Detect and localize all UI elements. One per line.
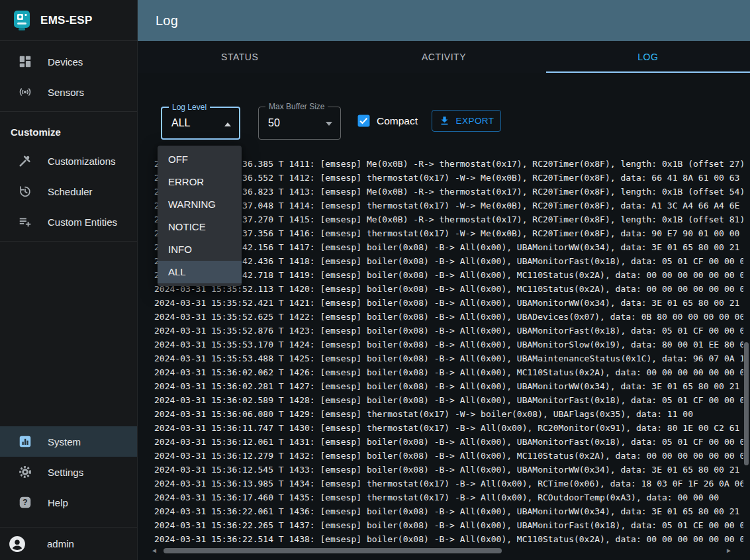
log-line: 2024-03-31 15:36:02.062 T 1426: [emsesp]… <box>154 365 743 379</box>
sidebar-item-system[interactable]: System <box>0 426 137 457</box>
log-level-select[interactable]: Log Level ALL <box>161 107 240 140</box>
log-line: 2024-03-31 15:35:37.356 T 1416: [emsesp]… <box>154 226 743 240</box>
log-line: 2024-03-31 15:36:12.279 T 1432: [emsesp]… <box>154 449 743 463</box>
sidebar-section-customize: Customize <box>0 116 137 146</box>
log-line: 2024-03-31 15:35:36.552 T 1412: [emsesp]… <box>154 171 743 185</box>
tab-label: ACTIVITY <box>422 52 466 62</box>
download-icon <box>439 115 450 126</box>
sidebar-item-label: Custom Entities <box>48 216 117 228</box>
sidebar-divider <box>0 241 137 242</box>
log-line: 2024-03-31 15:36:13.985 T 1434: [emsesp]… <box>154 477 743 490</box>
log-line: 2024-03-31 15:35:53.488 T 1425: [emsesp]… <box>154 351 743 365</box>
gear-icon <box>17 464 33 480</box>
scroll-right-icon[interactable]: ► <box>726 547 732 555</box>
tab-label: LOG <box>637 52 658 62</box>
sidebar-item-settings[interactable]: Settings <box>0 457 137 487</box>
menu-item-off[interactable]: OFF <box>158 148 242 171</box>
sidebar-item-label: Sensors <box>48 87 84 98</box>
log-line: 2024-03-31 15:36:11.747 T 1430: [emsesp]… <box>154 421 743 435</box>
ems-esp-app: EMS-ESP Devices <box>0 0 750 560</box>
log-level-menu: OFF ERROR WARNING NOTICE INFO ALL <box>158 146 242 286</box>
sidebar-item-devices[interactable]: Devices <box>0 46 137 77</box>
tab-status[interactable]: STATUS <box>138 41 342 73</box>
log-line: 2024-03-31 15:36:22.514 T 1438: [emsesp]… <box>154 532 743 546</box>
help-icon: ? <box>17 494 33 510</box>
sidebar-user[interactable]: admin <box>0 527 137 560</box>
log-line: 2024-03-31 15:36:12.061 T 1431: [emsesp]… <box>154 435 743 449</box>
log-line: 2024-03-31 15:36:17.460 T 1435: [emsesp]… <box>154 490 743 504</box>
menu-item-all[interactable]: ALL <box>158 261 242 283</box>
log-line: 2024-03-31 15:35:42.436 T 1418: [emsesp]… <box>154 254 743 268</box>
export-label: EXPORT <box>456 116 494 126</box>
log-line: 2024-03-31 15:35:37.048 T 1414: [emsesp]… <box>154 199 743 212</box>
sidebar-item-custom-entities[interactable]: Custom Entities <box>0 207 137 237</box>
log-line: 2024-03-31 15:36:02.589 T 1428: [emsesp]… <box>154 393 743 407</box>
tab-bar: STATUS ACTIVITY LOG <box>138 41 750 73</box>
menu-item-error[interactable]: ERROR <box>158 171 242 193</box>
tab-activity[interactable]: ACTIVITY <box>342 41 545 73</box>
sidebar-item-label: Help <box>48 497 68 508</box>
max-buffer-select[interactable]: Max Buffer Size 50 <box>258 107 341 140</box>
username: admin <box>47 538 74 549</box>
log-line: 2024-03-31 15:36:22.265 T 1437: [emsesp]… <box>154 518 743 532</box>
sidebar-item-label: Settings <box>48 467 83 478</box>
vertical-scrollbar-thumb[interactable] <box>744 342 749 465</box>
sidebar-header: EMS-ESP <box>0 0 137 41</box>
scheduler-icon <box>17 183 33 199</box>
tab-log[interactable]: LOG <box>546 41 750 73</box>
sidebar-item-sensors[interactable]: Sensors <box>0 77 137 107</box>
log-line: 2024-03-31 15:35:52.876 T 1423: [emsesp]… <box>154 324 743 338</box>
menu-item-info[interactable]: INFO <box>158 238 242 261</box>
log-line: 2024-03-31 15:35:36.823 T 1413: [emsesp]… <box>154 185 743 199</box>
max-buffer-value: 50 <box>268 107 280 139</box>
sidebar-item-label: Customizations <box>48 156 116 167</box>
analytics-icon <box>17 434 33 449</box>
log-line: 2024-03-31 15:36:22.061 T 1436: [emsesp]… <box>154 504 743 518</box>
tab-active-indicator <box>546 71 750 73</box>
sidebar-item-label: System <box>48 436 81 447</box>
sidebar-item-label: Devices <box>48 56 83 68</box>
log-line: 2024-03-31 15:35:36.385 T 1411: [emsesp]… <box>154 157 743 171</box>
log-level-value: ALL <box>171 108 190 138</box>
horizontal-scrollbar-thumb[interactable] <box>164 548 502 553</box>
compact-checkbox[interactable] <box>357 115 370 127</box>
app-title: EMS-ESP <box>40 14 93 27</box>
log-line: 2024-03-31 15:35:52.625 T 1422: [emsesp]… <box>154 310 743 324</box>
log-line: 2024-03-31 15:35:52.421 T 1421: [emsesp]… <box>154 296 743 310</box>
log-line: 2024-03-31 15:36:06.080 T 1429: [emsesp]… <box>154 407 743 421</box>
log-line: 2024-03-31 15:36:02.281 T 1427: [emsesp]… <box>154 379 743 393</box>
menu-item-warning[interactable]: WARNING <box>158 193 242 216</box>
sidebar-item-help[interactable]: ? Help <box>0 487 137 518</box>
sidebar-divider <box>0 111 137 112</box>
export-button[interactable]: EXPORT <box>432 110 501 132</box>
tools-icon <box>17 153 33 169</box>
tab-label: STATUS <box>221 52 258 62</box>
compact-label: Compact <box>377 115 418 127</box>
log-line: 2024-03-31 15:35:52.113 T 1420: [emsesp]… <box>154 282 743 296</box>
sidebar-bottom-nav: System Settings ? <box>0 426 137 518</box>
menu-item-notice[interactable]: NOTICE <box>158 216 242 238</box>
sidebar: EMS-ESP Devices <box>0 0 138 560</box>
playlist-add-icon <box>17 214 33 230</box>
sidebar-nav: Devices Sensors Customize <box>0 41 137 242</box>
scroll-left-icon[interactable]: ◄ <box>151 547 158 555</box>
sidebar-item-scheduler[interactable]: Scheduler <box>0 176 137 207</box>
log-line: 2024-03-31 15:35:42.156 T 1417: [emsesp]… <box>154 240 743 254</box>
avatar <box>9 536 26 553</box>
log-line: 2024-03-31 15:35:53.170 T 1424: [emsesp]… <box>154 338 743 351</box>
svg-text:?: ? <box>23 498 27 507</box>
log-line: 2024-03-31 15:35:37.270 T 1415: [emsesp]… <box>154 212 743 226</box>
devices-icon <box>17 54 33 70</box>
compact-checkbox-wrap[interactable]: Compact <box>357 110 418 132</box>
topbar: Log <box>138 0 750 41</box>
log-line: 2024-03-31 15:36:12.545 T 1433: [emsesp]… <box>154 463 743 477</box>
sensors-icon <box>17 84 33 100</box>
app-logo-icon <box>13 10 30 31</box>
horizontal-scrollbar[interactable]: ◄ ► <box>151 547 732 555</box>
chevron-down-icon <box>326 122 332 126</box>
log-line: 2024-03-31 15:35:42.718 T 1419: [emsesp]… <box>154 268 743 282</box>
chevron-up-icon <box>224 122 231 126</box>
sidebar-item-customizations[interactable]: Customizations <box>0 146 137 176</box>
log-output: 2024-03-31 15:35:36.385 T 1411: [emsesp]… <box>154 157 743 547</box>
sidebar-item-label: Scheduler <box>48 186 93 197</box>
